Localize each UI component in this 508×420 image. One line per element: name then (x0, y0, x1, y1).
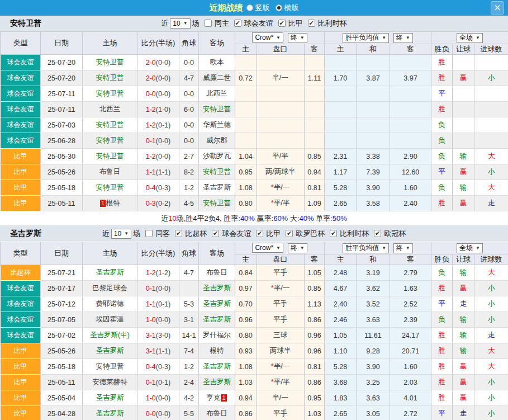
scope-dropdown[interactable]: 全场▼ (457, 243, 483, 253)
radio-icon[interactable] (246, 4, 253, 11)
avg-away-cell: 2.39 (390, 312, 431, 328)
league-checkbox[interactable] (278, 20, 286, 27)
summary-part: 大: (288, 214, 299, 223)
match-row: 比甲25-05-11安德莱赫特0-1(0-1)2-4圣吉罗斯1.03*平/半0.… (1, 375, 508, 390)
score-cell: 1-1(1-1) (137, 164, 179, 180)
odds-final-dropdown[interactable]: 终▼ (288, 33, 307, 43)
score-cell: 0-0(0-0) (137, 86, 179, 102)
league-label: 比利时杯 (340, 229, 369, 239)
score-value: 2-0 (146, 59, 156, 67)
match-row: 球会友谊25-07-17巴黎足球会0-1(0-0)圣吉罗斯0.97*半/一0.8… (1, 281, 508, 296)
result-cell: 负 (431, 149, 453, 164)
handicap-result-cell: 输 (453, 180, 474, 196)
team-label: 安特卫普 (96, 58, 124, 66)
same-venue-checkbox[interactable] (205, 20, 212, 27)
league-checkbox[interactable] (330, 230, 337, 237)
match-count-dropdown[interactable]: 10▼ (170, 18, 190, 29)
handicap-result-cell: 赢 (453, 196, 474, 211)
odds-source-dropdown[interactable]: Crow*▼ (252, 32, 283, 43)
score-value: 1-2 (146, 269, 156, 277)
date-cell: 25-07-21 (41, 265, 83, 281)
league-checkbox[interactable] (234, 20, 241, 27)
avg-home-cell: 1.10 (325, 343, 357, 359)
away-team-cell: 圣吉罗斯 (199, 296, 235, 312)
corner-cell: 2-4 (179, 375, 199, 390)
odds-home-cell: 1.03 (235, 375, 257, 390)
avg-draw-cell: 3.62 (357, 281, 390, 296)
team-label: 根特 (210, 347, 224, 355)
result-cell-label: 平 (438, 409, 445, 417)
home-team-cell: 安特卫普 (83, 359, 137, 375)
summary-part: 40% (299, 214, 314, 223)
goals-result-cell-label: 大 (488, 268, 495, 276)
avg-draw-cell: 3.63 (357, 390, 390, 406)
away-team-cell: 欧本 (199, 55, 235, 70)
score-value: 1-0 (146, 394, 156, 402)
match-row: 比甲25-05-111根特0-3(0-2)4-5安特卫普0.80*平/半1.09… (1, 196, 508, 211)
score-value: 0-4 (146, 363, 156, 371)
handicap-cell (257, 55, 305, 70)
league-checkbox[interactable] (308, 20, 315, 27)
result-cell-label: 胜 (438, 199, 445, 207)
score-cell: 1-2(1-0) (137, 102, 179, 117)
odds-final-dropdown[interactable]: 终▼ (288, 243, 307, 253)
league-checkbox[interactable] (374, 230, 381, 237)
league-checkbox[interactable] (212, 230, 219, 237)
team-label: 安特卫普 (96, 152, 124, 160)
date-cell: 25-06-28 (41, 133, 83, 149)
same-venue-checkbox[interactable] (145, 230, 153, 237)
avg-draw-cell: 3.25 (357, 375, 390, 390)
league-checkbox[interactable] (256, 230, 263, 237)
league-checkbox[interactable] (286, 230, 293, 237)
match-row: 球会友谊25-07-20安特卫普2-0(0-0)0-0欧本胜 (1, 55, 508, 70)
result-cell: 胜 (431, 281, 453, 296)
team-label: 北西兰 (206, 89, 227, 97)
home-team-cell: 安特卫普 (83, 117, 137, 133)
result-cell-label: 胜 (438, 394, 445, 402)
avg-dropdown[interactable]: 胜平负均值▼ (343, 33, 389, 43)
team-label: 圣吉罗斯 (203, 284, 231, 292)
avg-home-cell: 1.17 (325, 164, 357, 180)
result-cell: 胜 (431, 55, 453, 70)
handicap-cell: 平/半 (257, 149, 305, 164)
col-corner: 角球 (179, 32, 199, 55)
handicap-result-cell-label: 赢 (460, 168, 467, 176)
handicap-result-cell-label: 输 (460, 183, 467, 191)
odds-source-dropdown[interactable]: Crow*▼ (252, 243, 283, 253)
scope-dropdown[interactable]: 全场▼ (457, 33, 483, 43)
summary-part: 单率: (314, 214, 332, 223)
handicap-result-cell-label: 输 (460, 315, 467, 323)
col-away: 客场 (199, 242, 235, 265)
handicap-result-cell (453, 102, 474, 117)
team-label: 安德莱赫特 (92, 378, 127, 386)
col-avg-draw: 和 (357, 254, 390, 265)
corner-cell: 3-1 (179, 312, 199, 328)
team-label: 圣吉罗斯 (203, 362, 231, 370)
team-section: 安特卫普 近10▼场同主球会友谊比甲比利时杯 类型 日期 主场 比分(半场) (0, 16, 508, 226)
goals-result-cell (474, 86, 508, 102)
goals-result-cell-label: 小 (488, 315, 495, 323)
odds-home-cell: 0.70 (235, 296, 257, 312)
layout-radio-option[interactable]: 横版 (276, 3, 299, 13)
avg-final-dropdown[interactable]: 终▼ (393, 243, 413, 253)
avg-dropdown[interactable]: 胜平负均值▼ (343, 243, 389, 253)
layout-radio-option[interactable]: 竖版 (246, 3, 270, 13)
results-table: 类型 日期 主场 比分(半场) 角球 客场 Crow*▼ 终▼ 胜平负均值▼ 终… (0, 242, 508, 420)
close-icon[interactable]: ✕ (491, 1, 504, 15)
handicap-result-cell-label: 输 (460, 347, 467, 355)
home-team-cell: 圣吉罗斯 (83, 343, 137, 359)
result-cell: 负 (431, 312, 453, 328)
league-checkbox[interactable] (175, 230, 182, 237)
result-cell-label: 负 (438, 268, 445, 276)
avg-away-cell: 20.71 (390, 343, 431, 359)
col-avg-draw: 和 (357, 44, 390, 55)
match-count-dropdown[interactable]: 10▼ (111, 229, 131, 239)
score-value: 0-3 (146, 200, 156, 207)
result-cell: 胜 (431, 343, 453, 359)
radio-icon[interactable] (276, 4, 282, 11)
team-label: 巴黎足球会 (92, 284, 127, 292)
avg-final-dropdown[interactable]: 终▼ (393, 33, 413, 43)
col-goals: 进球数 (474, 44, 508, 55)
odds-away-cell: 1.13 (305, 296, 325, 312)
avg-draw-cell: 3.90 (357, 359, 390, 375)
